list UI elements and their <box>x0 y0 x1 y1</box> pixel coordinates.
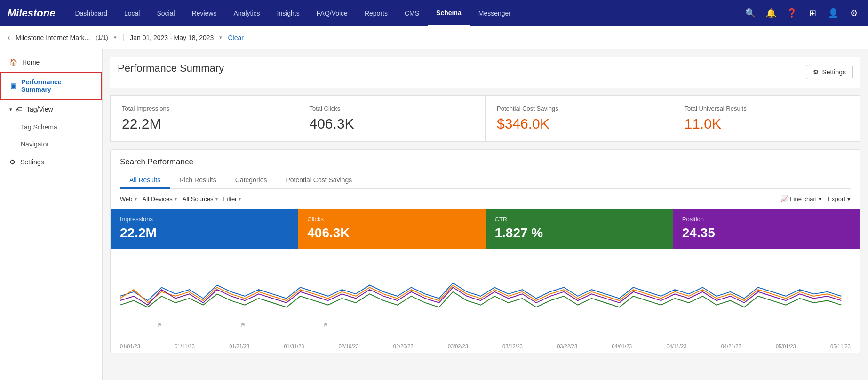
band-ctr-label: CTR <box>495 216 663 223</box>
line-chart-button[interactable]: 📈 Line chart ▾ <box>780 195 822 202</box>
filter-all-sources-button[interactable]: All Sources ▾ <box>183 194 218 204</box>
sidebar: 🏠 Home ▣ Performance Summary ▾ 🏷 Tag/Vie… <box>0 49 103 380</box>
search-performance-tabs: All Results Rich Results Categories Pote… <box>120 172 851 189</box>
metrics-row: Total Impressions 22.2M Total Clicks 406… <box>110 95 860 142</box>
band-impressions-label: Impressions <box>120 216 288 223</box>
nav-icon-group: 🔍 🔔 ❓ ⊞ 👤 ⚙ <box>744 7 860 20</box>
sidebar-item-navigator[interactable]: Navigator <box>0 136 102 153</box>
x-label-1: 01/11/23 <box>175 343 195 349</box>
content-header: Performance Summary ⚙ Settings <box>110 57 860 88</box>
x-label-12: 05/01/23 <box>776 343 796 349</box>
nav-analytics[interactable]: Analytics <box>225 0 268 26</box>
metric-clicks-value: 406.3K <box>310 116 474 132</box>
filter-arrow: ▾ <box>239 196 241 202</box>
collapse-sidebar-button[interactable]: ‹ <box>8 33 10 42</box>
chevron-left-icon: ‹ <box>8 33 10 41</box>
nav-schema[interactable]: Schema <box>428 0 470 26</box>
user-icon-button[interactable]: 👤 <box>827 7 840 20</box>
nav-dashboard[interactable]: Dashboard <box>66 0 116 26</box>
main-content: Performance Summary ⚙ Settings Total Imp… <box>103 49 868 380</box>
band-impressions: Impressions 22.2M <box>111 209 298 249</box>
tab-potential-cost-savings[interactable]: Potential Cost Savings <box>276 172 361 189</box>
sidebar-tag-view-label: Tag/View <box>26 105 53 113</box>
help-icon-button[interactable]: ❓ <box>785 7 798 20</box>
page-settings-button[interactable]: ⚙ Settings <box>806 65 853 79</box>
search-icon: 🔍 <box>745 8 756 18</box>
gear-settings-icon: ⚙ <box>813 68 819 76</box>
x-label-4: 02/10/23 <box>339 343 359 349</box>
band-ctr-value: 1.827 % <box>495 226 663 241</box>
band-position: Position 24.35 <box>673 209 860 249</box>
sidebar-item-performance-summary[interactable]: ▣ Performance Summary <box>0 72 102 100</box>
filters-row: Web ▾ All Devices ▾ All Sources ▾ Filter… <box>111 189 860 209</box>
filter-label: Filter <box>223 195 237 202</box>
filter-web-label: Web <box>120 195 133 202</box>
sidebar-home-label: Home <box>22 58 40 66</box>
tab-categories[interactable]: Categories <box>226 172 277 189</box>
chart-area: ⚑ ⚑ ⚑ <box>111 249 860 343</box>
tab-all-results[interactable]: All Results <box>120 172 170 189</box>
apps-icon-button[interactable]: ⊞ <box>806 7 819 20</box>
home-icon: 🏠 <box>9 58 17 66</box>
line-chart-arrow: ▾ <box>819 195 822 202</box>
nav-messenger[interactable]: Messenger <box>470 0 519 26</box>
x-label-10: 04/11/23 <box>667 343 687 349</box>
nav-social[interactable]: Social <box>148 0 183 26</box>
x-label-9: 04/01/23 <box>612 343 632 349</box>
x-label-11: 04/21/23 <box>721 343 741 349</box>
settings-btn-label: Settings <box>822 68 846 76</box>
export-label: Export <box>828 195 845 202</box>
x-label-6: 03/02/23 <box>448 343 468 349</box>
band-position-value: 24.35 <box>682 226 851 241</box>
metric-cost-savings-value: $346.0K <box>497 116 661 132</box>
question-icon: ❓ <box>787 8 797 18</box>
filter-web-button[interactable]: Web ▾ <box>120 194 137 204</box>
nav-local[interactable]: Local <box>116 0 148 26</box>
main-layout: 🏠 Home ▣ Performance Summary ▾ 🏷 Tag/Vie… <box>0 49 868 380</box>
sidebar-item-home[interactable]: 🏠 Home <box>0 53 102 72</box>
notifications-icon-button[interactable]: 🔔 <box>764 7 778 20</box>
sidebar-settings-label: Settings <box>20 158 44 166</box>
date-range[interactable]: Jan 01, 2023 - May 18, 2023 <box>130 34 214 41</box>
nav-reports[interactable]: Reports <box>356 0 396 26</box>
nav-reviews[interactable]: Reviews <box>183 0 225 26</box>
nav-cms[interactable]: CMS <box>396 0 428 26</box>
search-performance-section: Search Performance All Results Rich Resu… <box>110 149 860 353</box>
site-name[interactable]: Milestone Internet Mark... <box>16 34 90 41</box>
metric-universal-results-value: 11.0K <box>685 116 849 132</box>
nav-insights[interactable]: Insights <box>269 0 308 26</box>
settings-icon-button[interactable]: ⚙ <box>847 7 860 20</box>
metric-universal-results-label: Total Universal Results <box>685 105 849 112</box>
grid-icon: ⊞ <box>809 8 816 18</box>
line-chart-icon: 📈 <box>780 195 788 202</box>
app-logo: Milestone <box>8 7 55 19</box>
x-label-0: 01/01/23 <box>120 343 140 349</box>
band-position-label: Position <box>682 216 851 223</box>
tag-icon: 🏷 <box>16 105 23 113</box>
tab-rich-results[interactable]: Rich Results <box>170 172 226 189</box>
nav-items: Dashboard Local Social Reviews Analytics… <box>66 0 744 26</box>
export-button[interactable]: Export ▾ <box>828 195 851 202</box>
sidebar-item-settings[interactable]: ⚙ Settings <box>0 153 102 171</box>
sidebar-section-tag-view[interactable]: ▾ 🏷 Tag/View <box>0 100 102 119</box>
search-icon-button[interactable]: 🔍 <box>744 7 757 20</box>
bar-chart-icon: ▣ <box>10 82 16 89</box>
sidebar-item-tag-schema[interactable]: Tag Schema <box>0 119 102 136</box>
x-label-3: 01/31/23 <box>284 343 304 349</box>
x-label-2: 01/21/23 <box>229 343 249 349</box>
date-chevron-down-icon: ▾ <box>219 34 222 40</box>
filter-button[interactable]: Filter ▾ <box>223 194 241 204</box>
filter-all-sources-arrow: ▾ <box>215 196 218 202</box>
x-label-13: 05/11/23 <box>830 343 851 349</box>
export-arrow: ▾ <box>847 195 851 202</box>
metric-impressions-label: Total Impressions <box>122 105 287 112</box>
band-clicks-label: Clicks <box>307 216 476 223</box>
sidebar-performance-summary-label: Performance Summary <box>21 78 92 93</box>
clear-button[interactable]: Clear <box>228 34 243 41</box>
chart-controls: 📈 Line chart ▾ Export ▾ <box>780 195 851 202</box>
page-title: Performance Summary <box>118 62 224 74</box>
filter-all-devices-button[interactable]: All Devices ▾ <box>143 194 177 204</box>
nav-faq-voice[interactable]: FAQ/Voice <box>308 0 356 26</box>
x-axis: 01/01/23 01/11/23 01/21/23 01/31/23 02/1… <box>111 343 860 353</box>
chevron-down-icon: ▾ <box>9 106 12 113</box>
